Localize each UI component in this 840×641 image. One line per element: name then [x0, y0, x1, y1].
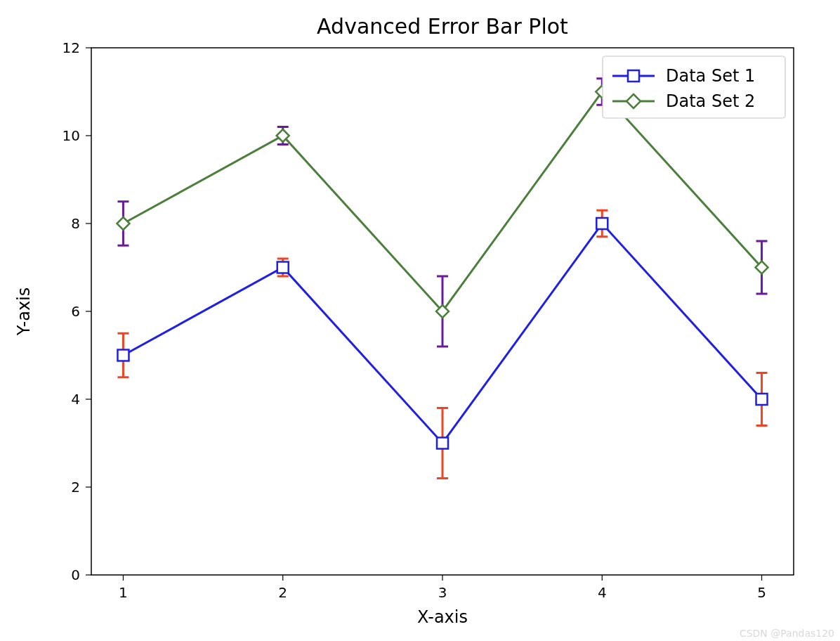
- y-tick-label: 6: [71, 303, 80, 320]
- marker-square: [596, 218, 608, 229]
- legend-label: Data Set 2: [666, 91, 755, 111]
- watermark: CSDN @Pandas120: [740, 628, 834, 639]
- y-tick-label: 12: [63, 39, 80, 56]
- series-1: [117, 79, 768, 347]
- x-tick-label: 5: [757, 584, 766, 601]
- y-tick-label: 0: [71, 566, 80, 583]
- marker-diamond: [117, 217, 129, 230]
- x-tick-label: 2: [278, 584, 287, 601]
- legend: Data Set 1Data Set 2: [603, 56, 785, 118]
- series-group: [117, 79, 768, 479]
- y-tick-label: 2: [71, 479, 80, 496]
- y-ticks: 024681012: [63, 39, 91, 583]
- x-tick-label: 1: [119, 584, 128, 601]
- x-tick-label: 4: [598, 584, 607, 601]
- x-axis-label: X-axis: [417, 607, 468, 627]
- chart-title: Advanced Error Bar Plot: [317, 14, 568, 39]
- marker-square: [117, 350, 129, 361]
- y-axis-label: Y-axis: [14, 287, 34, 337]
- marker-square: [277, 262, 289, 273]
- x-ticks: 12345: [119, 575, 766, 601]
- legend-marker: [628, 70, 639, 82]
- legend-label: Data Set 1: [666, 66, 755, 86]
- y-tick-label: 8: [71, 215, 80, 232]
- marker-square: [756, 394, 768, 405]
- marker-square: [437, 438, 448, 449]
- x-tick-label: 3: [438, 584, 447, 601]
- y-tick-label: 4: [71, 391, 80, 408]
- y-tick-label: 10: [63, 127, 80, 144]
- chart-container: Advanced Error Bar Plot X-axis Y-axis 12…: [0, 0, 840, 641]
- chart-svg: Advanced Error Bar Plot X-axis Y-axis 12…: [0, 0, 840, 641]
